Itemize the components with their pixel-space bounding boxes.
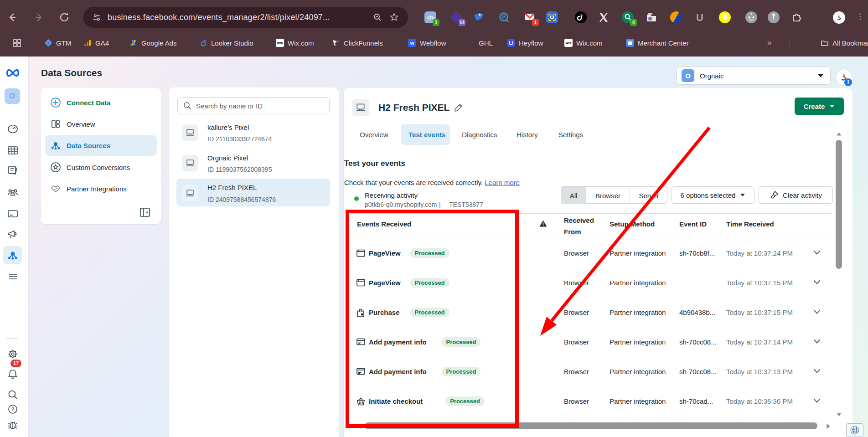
nav-item-partner-integrations[interactable]: Partner Integrations (50, 183, 127, 194)
bookmark-ghl[interactable]: GHL (479, 37, 493, 48)
tab-history[interactable]: History (517, 131, 538, 139)
sidebar-ads-icon[interactable] (7, 228, 19, 240)
extension-ghl-icon[interactable]: 4 (622, 11, 634, 23)
event-row[interactable]: PageView Processed Browser Partner integ… (351, 244, 832, 262)
extension-reddit-icon[interactable] (745, 11, 757, 23)
bookmarks-overflow-chevron[interactable]: » (767, 38, 771, 47)
bookmark-clickfunnels[interactable]: ClickFunnels (332, 37, 383, 48)
nav-item-overview[interactable]: Overview (50, 118, 95, 129)
extension-snapchat-icon[interactable] (719, 11, 731, 23)
notifications-bell-icon[interactable] (7, 368, 19, 380)
business-avatar[interactable]: O (5, 88, 20, 104)
cell-setup-method: Partner integration (610, 308, 666, 316)
tab-settings[interactable]: Settings (558, 131, 583, 139)
horizontal-scrollbar-thumb[interactable] (365, 422, 817, 429)
sidebar-menu-icon[interactable] (7, 271, 19, 283)
learn-more-link[interactable]: Learn more (485, 179, 520, 186)
bookmark-heyflow[interactable]: Heyflow (507, 37, 543, 48)
row-expand-chevron-icon[interactable] (813, 280, 821, 285)
settings-gear-icon[interactable] (7, 348, 19, 360)
sidebar-overview-icon[interactable] (7, 123, 19, 135)
sidebar-search-icon[interactable] (7, 389, 19, 401)
bookmark-wix[interactable]: WIXWix.com (276, 37, 314, 48)
bug-report-icon[interactable] (7, 419, 19, 431)
vertical-scrollbar-thumb[interactable] (836, 140, 842, 269)
pixel-search-input[interactable]: Search by name or ID (177, 97, 330, 114)
bookmark-merchant-center[interactable]: Merchant Center (626, 37, 689, 48)
extension-lens-icon[interactable] (498, 11, 510, 23)
bookmark-star-icon[interactable] (389, 12, 399, 22)
scroll-right-icon[interactable] (826, 423, 831, 430)
row-expand-chevron-icon[interactable] (813, 339, 821, 344)
warning-column-icon (539, 220, 547, 227)
event-row[interactable]: Add payment info Processed Browser Partn… (351, 333, 832, 351)
extension-tiktok-icon[interactable] (575, 11, 587, 23)
cell-time-received: Today at 10:37:15 PM (726, 279, 793, 287)
extension-code-icon[interactable]: </>1 (424, 11, 436, 23)
extension-folder-icon[interactable] (646, 11, 657, 23)
help-icon[interactable]: ? (7, 403, 19, 415)
event-row[interactable]: PageView Processed Browser Partner integ… (351, 274, 832, 292)
business-switcher[interactable]: O Orgnaic (677, 67, 831, 85)
scroll-down-icon[interactable] (836, 412, 842, 417)
bookmark-looker[interactable]: Looker Studio (199, 37, 253, 48)
site-settings-icon[interactable] (93, 13, 101, 22)
forward-icon[interactable] (32, 11, 45, 24)
event-row[interactable]: Initiate checkout Processed Browser Part… (351, 392, 832, 411)
sidebar-billing-icon[interactable] (7, 208, 19, 220)
extension-x-icon[interactable] (598, 11, 610, 23)
extension-mail-icon[interactable]: 1 (524, 11, 536, 23)
zoom-icon[interactable] (373, 13, 382, 22)
reload-icon[interactable] (58, 11, 71, 24)
extension-pin-icon[interactable] (768, 11, 780, 23)
tab-test-events[interactable]: Test events (408, 131, 445, 139)
url-text[interactable]: business.facebook.com/events_manager2/li… (108, 13, 330, 22)
sidebar-table-icon[interactable] (7, 144, 19, 156)
segment-browser[interactable]: Browser (586, 187, 630, 204)
all-bookmarks[interactable]: All Bookmarks (821, 37, 868, 48)
bookmark-wix2[interactable]: WIXWix.com (564, 37, 603, 48)
extension-diamond-icon[interactable]: 14 (450, 11, 462, 23)
row-expand-chevron-icon[interactable] (813, 398, 821, 403)
sidebar-reports-icon[interactable] (7, 165, 19, 176)
nav-item-connect-data[interactable]: Connect Data (50, 97, 111, 108)
segment-all[interactable]: All (561, 187, 586, 204)
event-row[interactable]: Add payment info Processed Browser Partn… (351, 363, 832, 381)
row-expand-chevron-icon[interactable] (813, 309, 821, 314)
extension-tag-icon[interactable] (472, 11, 484, 23)
tab-diagnostics[interactable]: Diagnostics (462, 131, 497, 139)
row-expand-chevron-icon[interactable] (813, 369, 821, 374)
cell-event-id: sh-70cc08... (679, 338, 717, 346)
event-row[interactable]: Purchase Processed Browser Partner integ… (351, 303, 832, 322)
clear-activity-button[interactable]: Clear activity (759, 186, 833, 204)
scroll-up-icon[interactable] (836, 132, 842, 136)
extension-frame-icon[interactable] (546, 11, 558, 23)
sidebar-data-sources-icon[interactable] (7, 249, 19, 261)
profile-avatar[interactable] (833, 11, 845, 24)
back-icon[interactable] (6, 11, 19, 24)
chrome-menu-icon[interactable]: ⋮ (856, 12, 864, 21)
row-expand-chevron-icon[interactable] (813, 250, 821, 255)
svg-text:?: ? (11, 406, 15, 412)
collapse-panel-icon[interactable] (140, 207, 150, 217)
tab-overview[interactable]: Overview (360, 131, 388, 139)
extension-swirl-icon[interactable] (670, 11, 682, 23)
extension-u-icon[interactable]: U (694, 11, 706, 23)
scroll-left-icon[interactable] (356, 423, 361, 430)
nav-item-custom-conversions[interactable]: Custom Conversions (50, 162, 130, 173)
edit-pencil-icon[interactable] (454, 103, 464, 113)
apps-grid-icon[interactable] (12, 37, 22, 48)
bookmark-webflow[interactable]: wWebflow (408, 37, 446, 48)
create-button[interactable]: Create (795, 98, 844, 115)
meta-logo[interactable] (5, 67, 21, 79)
options-dropdown[interactable]: 6 options selected (672, 186, 754, 204)
url-bar[interactable]: business.facebook.com/events_manager2/li… (83, 7, 408, 28)
sidebar-audiences-icon[interactable] (7, 186, 19, 198)
bookmark-gtm[interactable]: GTM (44, 37, 71, 48)
bookmark-ga4[interactable]: GA4 (83, 37, 109, 48)
nav-item-data-sources[interactable]: Data Sources (50, 140, 110, 151)
cell-event-id: sh-70cad... (679, 397, 713, 405)
extensions-puzzle-icon[interactable] (791, 11, 803, 23)
bookmark-google-ads[interactable]: Google Ads (129, 37, 177, 48)
segment-server[interactable]: Server (630, 187, 668, 204)
